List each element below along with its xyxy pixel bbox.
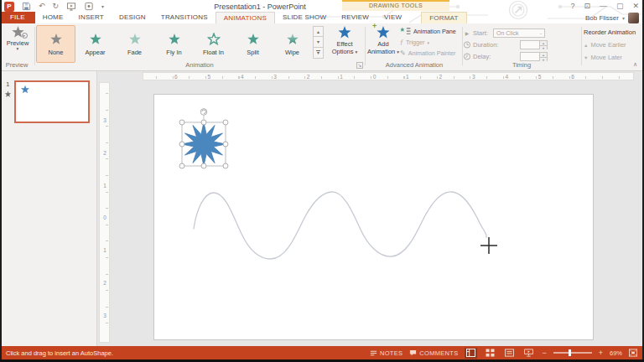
powerpoint-logo[interactable]: P — [4, 2, 14, 12]
preview-button[interactable]: ▸ Preview ▾ — [3, 25, 32, 64]
view-reading-button[interactable] — [503, 348, 516, 359]
tab-view[interactable]: VIEW — [377, 12, 409, 23]
slide-thumbnail[interactable] — [14, 80, 90, 123]
zoom-out-button[interactable]: − — [542, 349, 546, 357]
add-animation-label: Add — [377, 40, 388, 48]
tab-transitions[interactable]: TRANSITIONS — [153, 12, 216, 23]
add-animation-button[interactable]: + Add Animation ▾ — [366, 25, 400, 64]
notes-button[interactable]: NOTES — [370, 349, 402, 357]
starburst-shape[interactable] — [182, 122, 226, 166]
view-slide-sorter-button[interactable] — [484, 348, 496, 359]
gallery-item-appear[interactable]: Appear — [75, 25, 115, 63]
move-later-label: Move Later — [590, 54, 622, 61]
gallery-item-none[interactable]: None — [36, 25, 75, 63]
gallery-expand-button[interactable]: ▾ — [313, 48, 324, 59]
help-button[interactable]: ? — [570, 2, 574, 11]
ribbon: ▸ Preview ▾ Preview None Appear Fade Fl — [0, 23, 644, 71]
gallery-item-float-in[interactable]: Float In — [194, 25, 233, 63]
tab-insert[interactable]: INSERT — [71, 12, 112, 23]
gallery-item-label: Wipe — [285, 49, 299, 56]
drawing-tools-header: DRAWING TOOLS — [342, 0, 449, 11]
spinner-down-icon[interactable]: ▾ — [540, 46, 547, 50]
wipe-star-icon — [286, 33, 299, 46]
gallery-item-wipe[interactable]: Wipe — [273, 25, 312, 63]
selection-handle[interactable] — [179, 120, 184, 125]
tab-home[interactable]: HOME — [35, 12, 71, 23]
comments-label: COMMENTS — [419, 349, 458, 357]
animation-pane-button[interactable]: Animation Pane — [400, 26, 462, 37]
view-slideshow-button[interactable] — [522, 348, 535, 359]
comments-button[interactable]: COMMENTS — [409, 349, 458, 357]
start-slideshow-icon[interactable] — [66, 2, 76, 11]
zoom-level[interactable]: 69% — [610, 349, 622, 357]
avatar[interactable] — [628, 13, 639, 23]
gallery-item-fade[interactable]: Fade — [115, 25, 154, 63]
save-icon[interactable] — [22, 2, 31, 11]
selection-handle[interactable] — [223, 163, 228, 168]
chevron-down-icon: ▾ — [428, 40, 430, 45]
zoom-in-button[interactable]: + — [599, 349, 603, 357]
ruler-number: 5 — [207, 73, 210, 81]
touch-mode-icon[interactable] — [84, 2, 94, 11]
tab-slide-show[interactable]: SLIDE SHOW — [275, 12, 334, 23]
gallery-scrollbar: ▴ ▾ ▾ — [313, 26, 324, 59]
tab-animations[interactable]: ANIMATIONS — [216, 12, 275, 23]
effect-options-button[interactable]: Effect Options ▾ — [327, 25, 362, 64]
ruler-number: 2 — [307, 73, 310, 81]
duration-spinner[interactable]: ▴ ▾ — [540, 40, 548, 49]
status-bar: Click and drag to insert an AutoShape. N… — [0, 346, 644, 359]
group-label-advanced-animation: Advanced Animation — [366, 61, 462, 69]
tab-review[interactable]: REVIEW — [334, 12, 377, 23]
gallery-item-fly-in[interactable]: Fly In — [154, 25, 194, 63]
selection-handle[interactable] — [223, 142, 228, 147]
redo-button[interactable]: ↻ — [53, 3, 60, 10]
selection-handle[interactable] — [179, 142, 184, 147]
start-select[interactable]: On Click ⌄ — [493, 28, 545, 38]
maximize-button[interactable]: ▢ — [616, 2, 624, 11]
freeform-curve[interactable] — [194, 192, 486, 259]
gallery-scroll-up-button[interactable]: ▴ — [313, 26, 324, 37]
ribbon-display-options-button[interactable]: ⊡ — [584, 2, 590, 11]
gallery-item-split[interactable]: Split — [233, 25, 273, 63]
zoom-slider-thumb[interactable] — [569, 349, 571, 356]
add-animation-star-icon — [376, 25, 391, 40]
split-star-icon — [247, 33, 260, 46]
animation-gallery: None Appear Fade Fly In Float In Split — [36, 25, 312, 63]
minimize-button[interactable]: — — [600, 2, 607, 11]
animation-painter-button[interactable]: ✎ Animation Painter — [400, 48, 462, 59]
collapse-ribbon-button[interactable]: ∧ — [633, 61, 637, 68]
selection-handle[interactable] — [179, 163, 184, 168]
trigger-button[interactable]: ƒ Trigger ▾ — [400, 37, 462, 48]
animation-dialog-launcher[interactable]: ↘ — [356, 62, 363, 69]
undo-button[interactable]: ↶ — [39, 3, 45, 10]
selection-handle[interactable] — [201, 163, 206, 168]
move-earlier-button[interactable]: ▲ Move Earlier — [584, 41, 642, 49]
zoom-slider[interactable] — [553, 352, 592, 354]
delay-input[interactable] — [520, 52, 540, 61]
animation-indicator-star-icon[interactable] — [4, 90, 12, 98]
appear-star-icon — [89, 33, 102, 46]
chevron-down-icon: ▾ — [317, 50, 319, 55]
qat-customize-button[interactable]: ▾ — [101, 4, 104, 9]
fit-slide-to-window-button[interactable] — [629, 349, 637, 357]
slideshow-icon — [524, 349, 533, 357]
effect-options-label: Effect — [336, 40, 352, 48]
reading-view-icon — [505, 349, 514, 357]
selection-handle[interactable] — [201, 120, 206, 125]
ruler-number: 4 — [505, 73, 508, 81]
duration-input[interactable] — [520, 40, 540, 49]
delay-spinner[interactable]: ▴ ▾ — [540, 52, 548, 61]
chevron-down-icon: ▾ — [397, 49, 399, 54]
user-account[interactable]: Bob Flisser ▾ — [585, 12, 644, 23]
tab-format[interactable]: FORMAT — [421, 12, 466, 23]
duration-label: Duration: — [473, 41, 498, 49]
view-normal-button[interactable] — [465, 348, 477, 359]
quick-access-toolbar: P ↶ ↻ ▾ — [4, 1, 104, 12]
tab-file[interactable]: FILE — [0, 12, 35, 23]
gallery-scroll-down-button[interactable]: ▾ — [313, 37, 324, 48]
move-later-button[interactable]: ▼ Move Later — [584, 54, 642, 61]
selection-handle[interactable] — [223, 120, 228, 125]
slide-canvas[interactable] — [153, 94, 594, 340]
close-button[interactable]: ✕ — [632, 2, 639, 11]
tab-design[interactable]: DESIGN — [112, 12, 153, 23]
